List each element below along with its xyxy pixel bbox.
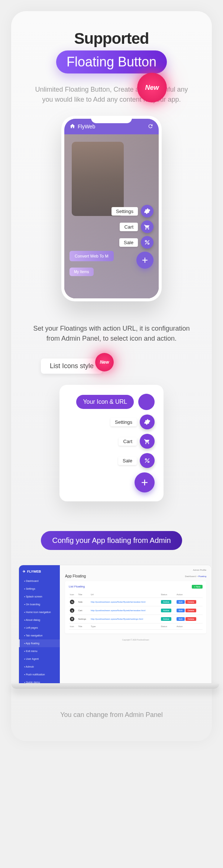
sidebar-item[interactable]: • Admob — [19, 663, 60, 671]
sidebar-item[interactable]: • About dialog — [19, 616, 60, 624]
sidebar-item[interactable]: • App floating — [19, 639, 60, 647]
my-items-button[interactable]: My Items — [70, 268, 94, 276]
delete-button[interactable]: Delete — [185, 609, 196, 612]
delete-button[interactable]: Delete — [185, 617, 196, 621]
sidebar-item[interactable]: • Exit menu — [19, 647, 60, 655]
phone-screen: FlyWeb Convert Web To M My Items Setting… — [64, 119, 159, 298]
fab-main-button[interactable]: + — [136, 252, 153, 269]
edit-button[interactable]: Edit — [177, 609, 185, 612]
row-icon: ⚙ — [70, 617, 74, 621]
laptop-base — [11, 684, 219, 689]
refresh-icon — [148, 123, 153, 130]
col-type: Type — [90, 623, 159, 630]
plus-icon: + — [141, 476, 148, 489]
col-status: Status — [160, 592, 175, 598]
admin-logo: ✈ FLYWEB — [19, 570, 60, 577]
admin-topbar: Admin Profile — [65, 569, 206, 571]
fab-label: Settings — [110, 418, 137, 426]
sidebar-item[interactable]: • Settings — [19, 585, 60, 593]
admin-sidebar: ✈ FLYWEB • Dashboard• Settings• Splash s… — [19, 565, 60, 683]
convert-button[interactable]: Convert Web To M — [70, 251, 114, 261]
admin-page-title: App Floating — [65, 574, 86, 578]
sidebar-item[interactable]: • Left pages — [19, 624, 60, 632]
laptop-mockup: ✈ FLYWEB • Dashboard• Settings• Splash s… — [19, 565, 212, 689]
placeholder-icon — [138, 394, 155, 410]
gear-icon — [140, 415, 155, 429]
cart-icon — [140, 434, 155, 449]
table-row: %Salehttp://positivedream.space/flutter/… — [69, 598, 203, 606]
sidebar-item[interactable]: • Push notification — [19, 671, 60, 678]
fab-label: Sale — [118, 456, 137, 465]
page-title: Supported — [19, 30, 204, 48]
row-url[interactable]: http://positivedream.space/flutter/flywe… — [91, 609, 145, 612]
fab-label: Cart — [119, 437, 137, 446]
admin-logo-text: FLYWEB — [27, 570, 41, 573]
new-badge: New — [95, 353, 114, 371]
row-url[interactable]: http://positivedream.space/flutter/flywe… — [91, 618, 143, 620]
phone-mockup: FlyWeb Convert Web To M My Items Setting… — [61, 116, 162, 301]
row-title: Sale — [77, 598, 90, 606]
gear-icon — [141, 205, 153, 217]
app-name: FlyWeb — [78, 124, 95, 130]
config-pill: Config your App floating from Admin — [41, 531, 182, 550]
col-title: Title — [77, 592, 90, 598]
col-title: Title — [77, 623, 90, 630]
sidebar-item[interactable]: • Guide demo — [19, 678, 60, 684]
fab-item-cart[interactable]: Cart — [120, 220, 153, 233]
sidebar-item[interactable]: • Splash screen — [19, 593, 60, 600]
list-icons-label-text: List Icons style — [50, 362, 94, 370]
phone-notch — [91, 116, 132, 123]
list-icons-label: List Icons style New — [41, 358, 103, 374]
floating-table: Icon Title Url Status Action %Salehttp:/… — [69, 592, 203, 630]
delete-button[interactable]: Delete — [185, 600, 196, 604]
admin-screen: ✈ FLYWEB • Dashboard• Settings• Splash s… — [19, 565, 212, 684]
table-row: ●Carthttp://positivedream.space/flutter/… — [69, 606, 203, 615]
fab-item-sale[interactable]: Sale — [119, 236, 153, 249]
icon-url-card: Your Icon & URL Settings Cart Sale + — [59, 385, 164, 501]
col-icon: Icon — [69, 623, 77, 630]
phone-body: Convert Web To M My Items Settings Cart … — [64, 134, 159, 298]
percent-icon — [140, 453, 155, 468]
col-status: Status — [160, 623, 175, 630]
section-description: Set your Floatings with action URL, it i… — [26, 324, 197, 344]
edit-button[interactable]: Edit — [177, 600, 185, 604]
card-item-sale: Sale — [118, 453, 155, 468]
fab-main-button[interactable]: + — [135, 472, 155, 492]
row-title: Settings — [77, 615, 90, 623]
footer-text: You can change from Admin Panel — [19, 711, 204, 719]
row-title: Cart — [77, 606, 90, 615]
admin-footer: Copyright © 2020 PositiveDream — [65, 639, 206, 641]
col-action: Action — [175, 623, 203, 630]
list-floating-label: List Floating — [69, 585, 85, 589]
new-badge: New — [137, 73, 167, 102]
breadcrumb-parent[interactable]: Dashboard — [185, 575, 195, 577]
status-badge: Active — [161, 617, 171, 621]
fab-label: Cart — [120, 223, 138, 231]
home-icon — [70, 123, 75, 130]
admin-main: Admin Profile App Floating Dashboard > F… — [60, 565, 211, 683]
breadcrumb: Dashboard > Floating — [185, 575, 206, 577]
fab-label: Settings — [112, 207, 138, 216]
card-item-cart: Cart — [119, 434, 155, 449]
status-badge: Active — [161, 600, 171, 604]
table-row: ⚙Settingshttp://positivedream.space/flut… — [69, 615, 203, 623]
col-action: Action — [175, 592, 203, 598]
sidebar-item[interactable]: • Dashboard — [19, 577, 60, 585]
sidebar-item[interactable]: • User Agent — [19, 655, 60, 663]
sidebar-item[interactable]: • Home icon navigation — [19, 608, 60, 616]
col-icon: Icon — [69, 592, 77, 598]
sidebar-item[interactable]: • On boarding — [19, 600, 60, 608]
fab-item-settings[interactable]: Settings — [112, 205, 153, 217]
fab-label: Sale — [119, 238, 138, 247]
feature-pill-label: Floating Button — [67, 54, 156, 69]
row-icon: ● — [70, 608, 74, 613]
edit-button[interactable]: Edit — [177, 617, 185, 621]
sidebar-item[interactable]: • Tab navigation — [19, 632, 60, 639]
paper-plane-icon: ✈ — [23, 570, 26, 573]
row-url[interactable]: http://positivedream.space/flutter/flywe… — [91, 601, 145, 603]
new-button[interactable]: + New — [192, 585, 203, 589]
percent-icon — [141, 236, 153, 249]
card-title-pill: Your Icon & URL — [76, 395, 134, 409]
admin-panel: List Floating + New Icon Title Url Statu… — [65, 581, 206, 633]
status-badge: Active — [161, 609, 171, 612]
